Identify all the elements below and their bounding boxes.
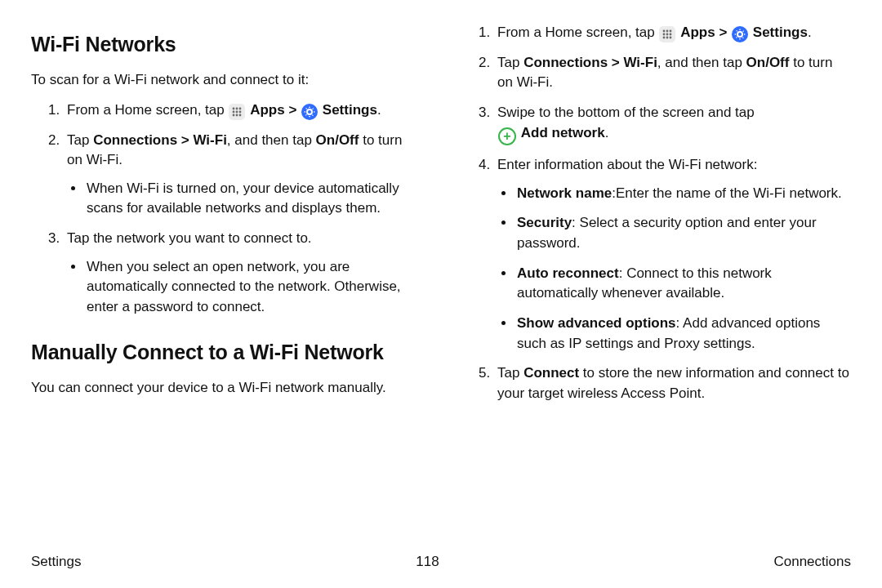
intro-text: To scan for a Wi-Fi network and connect … <box>31 70 421 91</box>
svg-point-3 <box>233 110 235 113</box>
bold: Security <box>517 215 572 230</box>
svg-point-2 <box>239 107 242 109</box>
text: Swipe to the bottom of the screen and ta… <box>497 105 755 120</box>
svg-point-17 <box>666 37 669 39</box>
bold: Show advanced options <box>517 315 676 331</box>
svg-point-11 <box>666 30 669 33</box>
manual-step-1: From a Home screen, tap Apps > Settings. <box>494 23 851 43</box>
scan-step-2: Tap Connections > Wi-Fi, and then tap On… <box>64 131 421 220</box>
manual-steps-list: From a Home screen, tap Apps > Settings.… <box>461 23 851 403</box>
page: Wi-Fi Networks To scan for a Wi-Fi netwo… <box>0 0 882 588</box>
bullet-network-name: Network name:Enter the name of the Wi-Fi… <box>515 184 851 204</box>
settings-icon <box>301 104 318 120</box>
add-network-label: Add network <box>521 125 605 140</box>
svg-point-7 <box>236 114 238 116</box>
svg-point-1 <box>236 107 238 109</box>
bullet-auto-reconnect: Auto reconnect: Connect to this network … <box>515 264 851 304</box>
text: Tap <box>497 55 523 70</box>
text: , and then tap <box>657 55 746 70</box>
bold: Auto reconnect <box>517 265 619 281</box>
apps-icon <box>659 26 675 42</box>
page-footer: Settings 118 Connections <box>31 554 851 570</box>
manual-step-3: Swipe to the bottom of the screen and ta… <box>494 103 851 145</box>
arrow: > <box>288 102 301 118</box>
text: :Enter the name of the Wi-Fi network. <box>612 185 842 201</box>
scan-step-3-bullet: When you select an open network, you are… <box>85 257 421 318</box>
manual-step-4: Enter information about the Wi-Fi networ… <box>494 155 851 354</box>
settings-label: Settings <box>753 24 808 40</box>
scan-step-2-bullet: When Wi-Fi is turned on, your device aut… <box>85 179 421 219</box>
svg-point-9 <box>307 109 312 114</box>
svg-point-4 <box>236 110 238 113</box>
bold: On/Off <box>746 55 790 70</box>
heading-wifi-networks: Wi-Fi Networks <box>31 29 421 59</box>
footer-left: Settings <box>31 554 81 570</box>
manual-step-4-sublist: Network name:Enter the name of the Wi-Fi… <box>497 184 851 354</box>
text: From a Home screen, tap <box>67 102 228 118</box>
right-column: From a Home screen, tap Apps > Settings.… <box>461 23 851 529</box>
scan-steps-list: From a Home screen, tap Apps > Settings.… <box>31 100 421 318</box>
manual-intro-text: You can connect your device to a Wi-Fi n… <box>31 378 421 399</box>
scan-step-1: From a Home screen, tap Apps > Settings. <box>64 100 421 121</box>
scan-step-3: Tap the network you want to connect to. … <box>64 229 421 318</box>
bold: On/Off <box>316 132 359 148</box>
footer-page-number: 118 <box>416 554 439 570</box>
svg-point-12 <box>670 30 672 33</box>
bullet-advanced-options: Show advanced options: Add advanced opti… <box>515 314 851 354</box>
bold: Connections > Wi-Fi <box>523 55 657 70</box>
settings-icon <box>732 26 748 42</box>
svg-point-15 <box>670 33 672 36</box>
apps-label: Apps <box>680 24 715 40</box>
bold: Connect <box>523 365 579 381</box>
bold: Network name <box>517 185 612 201</box>
scan-step-3-sublist: When you select an open network, you are… <box>67 257 421 318</box>
dot: . <box>808 24 812 40</box>
heading-manual-connect: Manually Connect to a Wi-Fi Network <box>31 337 421 367</box>
svg-point-14 <box>666 33 669 36</box>
dot: . <box>605 125 609 140</box>
text: Tap <box>497 365 523 381</box>
svg-point-19 <box>737 32 742 37</box>
manual-step-2: Tap Connections > Wi-Fi, and then tap On… <box>494 53 851 93</box>
svg-point-0 <box>233 107 235 109</box>
dot: . <box>377 102 381 118</box>
bullet-security: Security: Select a security option and e… <box>515 213 851 253</box>
text: , and then tap <box>227 132 316 148</box>
text: From a Home screen, tap <box>497 24 658 40</box>
svg-point-10 <box>663 30 666 33</box>
apps-icon <box>229 104 245 120</box>
manual-step-5: Tap Connect to store the new information… <box>494 363 851 403</box>
text: Tap the network you want to connect to. <box>67 230 312 246</box>
left-column: Wi-Fi Networks To scan for a Wi-Fi netwo… <box>31 23 421 529</box>
add-icon: + <box>498 127 516 145</box>
settings-label: Settings <box>323 102 377 118</box>
svg-point-6 <box>233 114 235 116</box>
text: Enter information about the Wi-Fi networ… <box>497 157 757 172</box>
two-column-layout: Wi-Fi Networks To scan for a Wi-Fi netwo… <box>31 23 851 529</box>
svg-point-13 <box>663 33 666 36</box>
scan-step-2-sublist: When Wi-Fi is turned on, your device aut… <box>67 179 421 219</box>
svg-point-5 <box>239 110 242 113</box>
svg-point-18 <box>670 37 672 39</box>
apps-label: Apps <box>250 102 285 118</box>
svg-point-16 <box>663 37 666 39</box>
arrow: > <box>719 24 731 40</box>
footer-right: Connections <box>773 554 851 570</box>
bold: Connections > Wi-Fi <box>93 132 227 148</box>
text: Tap <box>67 132 93 148</box>
svg-point-8 <box>239 114 242 116</box>
